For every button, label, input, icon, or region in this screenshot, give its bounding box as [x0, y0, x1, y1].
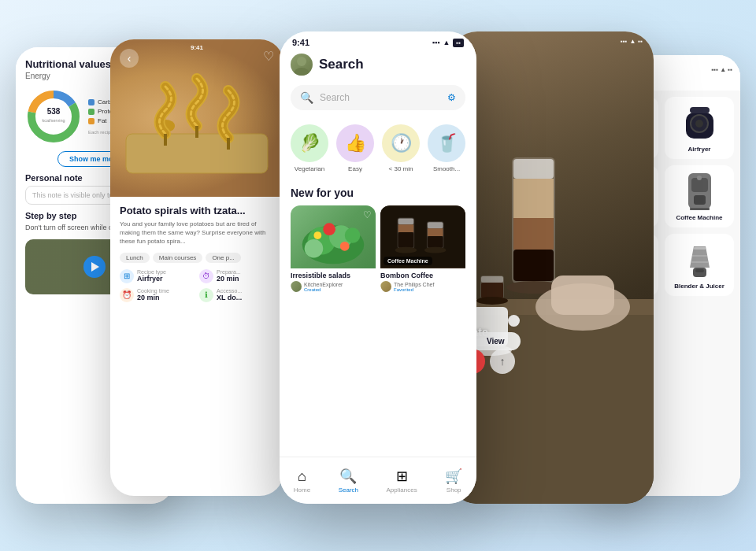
filter-icon[interactable]: ⚙: [447, 92, 456, 103]
accessory-value: XL do...: [217, 294, 242, 301]
recipe-card-coffee[interactable]: Coffee Machine Bombon Coffee The Philips…: [380, 205, 465, 294]
favorite-icon[interactable]: ♡: [263, 49, 274, 64]
category-30min[interactable]: 🕐 < 30 min: [382, 124, 420, 172]
svg-point-57: [695, 120, 703, 128]
svg-point-19: [323, 223, 335, 235]
svg-rect-7: [126, 134, 268, 173]
recipe-description: You and your family love potatoes but ar…: [120, 220, 274, 246]
svg-point-21: [313, 231, 321, 239]
new-for-you-title: New for you: [280, 183, 476, 205]
category-vegetarian[interactable]: 🥬 Vegetarian: [291, 124, 328, 172]
salad-author-avatar: [291, 281, 302, 292]
coffee-title: Bombon Coffee: [380, 272, 465, 279]
coffee-author-action: Favorited: [394, 287, 434, 292]
accessory-label: Accesso...: [217, 288, 242, 294]
recipe-card-salad[interactable]: ♡ Irresistible salads Kitchen: [291, 205, 376, 294]
salad-author-action: Created: [304, 287, 343, 292]
tag-main[interactable]: Main courses: [153, 253, 203, 263]
user-avatar[interactable]: [291, 54, 313, 76]
search-status-icons: ▪▪▪ ▲ ▪▪: [432, 39, 464, 47]
salad-title: Irresistible salads: [291, 272, 376, 279]
coffee-machine-shape: [682, 172, 717, 211]
salad-heart-icon[interactable]: ♡: [363, 209, 372, 220]
svg-point-13: [297, 57, 306, 66]
search-bar[interactable]: 🔍 Search ⚙: [291, 85, 465, 110]
appliance-coffee-machine[interactable]: Coffee Machine: [665, 165, 734, 227]
svg-rect-76: [694, 247, 706, 250]
salad-image: ♡: [291, 205, 376, 268]
recipe-type-icon: ⊞: [120, 269, 134, 283]
svg-rect-43: [551, 276, 614, 315]
svg-rect-68: [690, 208, 710, 210]
svg-rect-27: [398, 232, 414, 248]
30min-label: < 30 min: [389, 165, 413, 172]
airfryer-shape: [682, 103, 717, 142]
search-input[interactable]: Search: [320, 92, 441, 103]
recipe-tags: Lunch Main courses One p...: [120, 253, 274, 263]
cook-time-label: Cooking time: [137, 288, 169, 294]
coffee-status-bar: ▪▪▪ ▲ ▪▪: [449, 38, 654, 45]
phone-search: 9:41 ▪▪▪ ▲ ▪▪ Search 🔍 Search ⚙ 🥬 Vegeta…: [280, 31, 476, 504]
nav-search[interactable]: 🔍 Search: [332, 464, 365, 497]
appliance-airfryer[interactable]: Airfryer: [665, 97, 734, 159]
search-navigation: ⌂ Home 🔍 Search ⊞ Appliances 🛒 Shop: [280, 457, 476, 504]
share-button[interactable]: ↑: [490, 349, 515, 374]
search-header: Search: [280, 47, 476, 80]
coffee-signal-icon: ▪▪▪: [621, 38, 628, 45]
appliances-status-icons: ▪▪▪ ▲ ▪▪: [711, 66, 732, 73]
recipe-type-value: Airfryer: [137, 275, 166, 283]
30min-circle: 🕐: [382, 124, 420, 162]
coffee-scene: [449, 31, 654, 504]
tag-lunch[interactable]: Lunch: [120, 253, 150, 263]
svg-marker-75: [690, 246, 710, 268]
search-bar-container: 🔍 Search ⚙: [280, 80, 476, 118]
signal-icon: ▪▪▪: [432, 39, 440, 46]
svg-point-33: [424, 247, 446, 253]
coffee-machine-label: Coffee Machine: [384, 257, 432, 265]
svg-rect-25: [398, 218, 414, 224]
view-button[interactable]: View: [471, 332, 521, 350]
svg-rect-46: [481, 283, 503, 298]
coffee-background: ▪▪▪ ▲ ▪▪: [449, 31, 654, 504]
search-icon: 🔍: [300, 91, 313, 104]
play-icon: [91, 262, 99, 272]
coffee-card-info: Bombon Coffee The Philips Chef Favorited: [380, 268, 465, 294]
phone-recipe: 9:41 ‹ ♡ Potato spirals with tzata... Yo…: [110, 39, 284, 496]
svg-rect-39: [513, 218, 554, 250]
blender-label: Blender & Juicer: [674, 283, 724, 290]
category-smoothie[interactable]: 🥤 Smooth...: [428, 124, 465, 172]
coffee-author: The Philips Chef Favorited: [380, 281, 465, 292]
coffee-image: Coffee Machine: [380, 205, 465, 268]
accessory-icon: ℹ: [199, 288, 213, 302]
nav-appliances[interactable]: ⊞ Appliances: [380, 464, 424, 497]
carbo-dot: [88, 99, 94, 105]
phone-coffee: ▪▪▪ ▲ ▪▪: [449, 31, 654, 504]
svg-rect-26: [398, 224, 414, 232]
coffee-wifi-icon: ▲: [629, 38, 636, 45]
meta-prep-time: ⏱ Prepara... 20 min: [199, 269, 274, 283]
cook-time-icon: ⏰: [120, 288, 134, 302]
vegetarian-label: Vegetarian: [295, 165, 324, 172]
nav-home[interactable]: ⌂ Home: [287, 465, 317, 497]
play-button[interactable]: [83, 256, 106, 278]
search-nav-icon: 🔍: [339, 468, 357, 485]
smoothie-circle: 🥤: [428, 124, 465, 162]
protein-dot: [88, 109, 94, 115]
svg-rect-30: [428, 228, 443, 236]
svg-text:538: 538: [47, 107, 61, 116]
fat-dot: [88, 118, 94, 124]
svg-point-18: [305, 239, 324, 258]
category-easy[interactable]: 👍 Easy: [336, 124, 374, 172]
recipe-type-label: Recipe type: [137, 269, 166, 275]
coffee-author-avatar: [380, 281, 391, 292]
svg-rect-31: [428, 236, 443, 248]
vegetarian-circle: 🥬: [291, 124, 328, 162]
coffee-battery-icon: ▪▪: [638, 38, 643, 45]
recipe-content: Potato spirals with tzata... You and you…: [110, 197, 284, 310]
nav-shop[interactable]: 🛒 Shop: [439, 464, 469, 497]
svg-rect-37: [513, 159, 554, 179]
tag-one[interactable]: One p...: [206, 253, 240, 263]
back-button[interactable]: ‹: [120, 49, 139, 68]
meta-recipe-type: ⊞ Recipe type Airfryer: [120, 269, 195, 283]
appliance-blender[interactable]: Blender & Juicer: [665, 234, 734, 296]
